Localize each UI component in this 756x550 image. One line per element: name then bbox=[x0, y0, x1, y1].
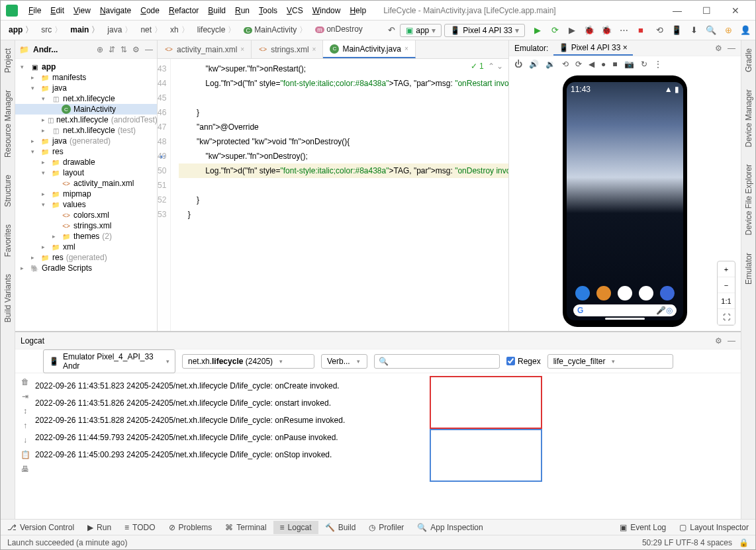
tree-strings-xml[interactable]: <>strings.xml bbox=[15, 220, 157, 231]
strip-resource-manager[interactable]: Resource Manager bbox=[3, 86, 13, 161]
hide-icon[interactable]: — bbox=[728, 336, 735, 345]
target-icon[interactable]: ⊕ bbox=[97, 45, 103, 54]
menu-help[interactable]: Help bbox=[346, 4, 370, 17]
breadcrumbs[interactable]: appsrcmainjavanetxhlifecycleC MainActivi… bbox=[5, 23, 369, 37]
log-line[interactable]: 2022-09-26 11:45:00.293 24205-24205/net.… bbox=[35, 446, 345, 463]
menu-bar[interactable]: FileEditViewNavigateCodeRefactorBuildRun… bbox=[24, 4, 370, 17]
overview-icon[interactable]: ■ bbox=[612, 60, 617, 69]
profile-icon[interactable]: 🐞 bbox=[583, 24, 595, 36]
breadcrumb-net[interactable]: net bbox=[136, 23, 166, 37]
logcat-output[interactable]: 2022-09-26 11:43:51.823 24205-24205/net.… bbox=[35, 373, 345, 519]
tree-colors-xml[interactable]: <>colors.xml bbox=[15, 210, 157, 220]
play-app-icon[interactable] bbox=[618, 286, 632, 300]
toolbtn-problems[interactable]: ⊘Problems bbox=[162, 521, 219, 534]
breadcrumb-src[interactable]: src bbox=[37, 23, 66, 37]
project-tree[interactable]: ▾▣app▸📁manifests▾📁java▾◫net.xh.lifecycle… bbox=[15, 59, 157, 331]
tree-java[interactable]: ▸📁java (generated) bbox=[15, 136, 157, 146]
screenshot-icon[interactable]: 📷 bbox=[624, 60, 634, 69]
editor-area[interactable]: 434445464748 ●↑4950515253 "kw">super."fn… bbox=[158, 59, 508, 331]
sync-icon[interactable]: ⟲ bbox=[653, 24, 665, 36]
tree-mipmap[interactable]: ▸📁mipmap bbox=[15, 189, 157, 199]
voldown-icon[interactable]: 🔉 bbox=[545, 60, 555, 69]
tree-java[interactable]: ▾📁java bbox=[15, 83, 157, 93]
search-icon[interactable]: 🔍 bbox=[705, 24, 717, 36]
inspection-widget[interactable]: ✓ 1⌃ ⌄ bbox=[471, 62, 503, 71]
tab-strings.xml[interactable]: <>strings.xml × bbox=[252, 40, 323, 58]
device-frame[interactable]: 11:43▲ ▮ G🎤 ◎ bbox=[563, 75, 687, 327]
log-line[interactable]: 2022-09-26 11:43:51.823 24205-24205/net.… bbox=[35, 377, 345, 394]
breadcrumb-onDestroy[interactable]: m onDestroy bbox=[311, 23, 369, 37]
breadcrumb-java[interactable]: java bbox=[103, 23, 136, 37]
tree-net-xh-lifecycle[interactable]: ▸◫net.xh.lifecycle (androidTest) bbox=[15, 115, 157, 125]
device-selector[interactable]: 📱Pixel 4 API 33▾ bbox=[444, 24, 525, 37]
log-line[interactable]: 2022-09-26 11:44:59.793 24205-24205/net.… bbox=[35, 429, 345, 446]
back-icon[interactable]: ↶ bbox=[385, 24, 397, 36]
maximize-button[interactable]: ☐ bbox=[692, 1, 721, 20]
home-icon[interactable]: ● bbox=[601, 60, 606, 69]
restart-icon[interactable]: 📋 bbox=[21, 450, 30, 459]
menu-run[interactable]: Run bbox=[231, 4, 254, 17]
tree-manifests[interactable]: ▸📁manifests bbox=[15, 72, 157, 83]
emulator-tab[interactable]: 📱 Pixel 4 API 33 × bbox=[553, 41, 632, 56]
tree-net-xh-lifecycle[interactable]: ▸◫net.xh.lifecycle (test) bbox=[15, 125, 157, 136]
toolbtn-app-inspection[interactable]: 🔍App Inspection bbox=[410, 521, 489, 534]
logcat-device-selector[interactable]: 📱 Emulator Pixel_4_API_33 Andr▾ bbox=[43, 349, 175, 373]
more-icon[interactable]: ⋮ bbox=[654, 60, 662, 69]
gear-icon[interactable]: ⚙ bbox=[715, 336, 722, 345]
logcat-gutter[interactable]: 🗑 ⇥ ↕ ↑ ↓ 📋 🖶 bbox=[15, 373, 35, 519]
logcat-search-input[interactable]: 🔍 bbox=[374, 354, 500, 369]
tree-gradle-scripts[interactable]: ▸🐘Gradle Scripts bbox=[15, 263, 157, 273]
power-icon[interactable]: ⏻ bbox=[514, 60, 522, 69]
sdk-icon[interactable]: ⬇ bbox=[688, 24, 700, 36]
zoom-controls[interactable]: + − 1:1 ⛶ bbox=[717, 261, 735, 326]
tree-layout[interactable]: ▾📁layout bbox=[15, 167, 157, 178]
project-header[interactable]: 📁Andr... ⊕ ⇵ ⇅ ⚙ — bbox=[15, 40, 157, 59]
chrome-app-icon[interactable] bbox=[639, 286, 653, 300]
breadcrumb-lifecycle[interactable]: lifecycle bbox=[193, 23, 240, 37]
toolbtn-logcat[interactable]: ≡Logcat bbox=[273, 521, 318, 534]
left-tool-strip[interactable]: ProjectResource ManagerStructureFavorite… bbox=[1, 40, 15, 519]
soft-wrap-icon[interactable]: ↕ bbox=[23, 406, 27, 416]
tree-activity_main-xml[interactable]: <>activity_main.xml bbox=[15, 178, 157, 189]
strip-structure[interactable]: Structure bbox=[3, 171, 13, 211]
minimize-button[interactable]: — bbox=[663, 1, 692, 20]
up-icon[interactable]: ↑ bbox=[23, 421, 27, 430]
bottom-tool-strip[interactable]: ⎇Version Control▶Run≡TODO⊘Problems⌘Termi… bbox=[1, 519, 755, 535]
avd-icon[interactable]: 📱 bbox=[671, 24, 683, 36]
tree-res[interactable]: ▸📁res (generated) bbox=[15, 252, 157, 263]
toolbtn-todo[interactable]: ≡TODO bbox=[118, 521, 162, 534]
tree-drawable[interactable]: ▸📁drawable bbox=[15, 157, 157, 167]
hide-icon[interactable]: — bbox=[728, 44, 735, 53]
google-search-bar[interactable]: G🎤 ◎ bbox=[573, 304, 677, 316]
project-view-selector[interactable]: Andr... bbox=[33, 45, 58, 54]
logcat-filter-selector[interactable]: life_cycle_filter▾ bbox=[547, 354, 673, 369]
strip-device-file-explorer[interactable]: Device File Explorer bbox=[744, 160, 753, 239]
coverage-icon[interactable]: ▶ bbox=[566, 24, 578, 36]
menu-file[interactable]: File bbox=[24, 4, 45, 17]
tree-values[interactable]: ▾📁values bbox=[15, 199, 157, 210]
expand-icon[interactable]: ⇅ bbox=[120, 45, 127, 54]
log-line[interactable]: 2022-09-26 11:43:51.826 24205-24205/net.… bbox=[35, 394, 345, 412]
camera-app-icon[interactable] bbox=[660, 286, 675, 300]
gear-icon[interactable]: ⚙ bbox=[715, 44, 722, 53]
breadcrumb-MainActivity[interactable]: C MainActivity bbox=[240, 23, 311, 37]
messages-app-icon[interactable] bbox=[596, 286, 611, 300]
down-icon[interactable]: ↓ bbox=[23, 435, 27, 445]
rotate-right-icon[interactable]: ⟳ bbox=[575, 60, 582, 69]
breadcrumb-xh[interactable]: xh bbox=[166, 23, 193, 37]
volup-icon[interactable]: 🔊 bbox=[529, 60, 539, 69]
run-config-selector[interactable]: ▣app▾ bbox=[400, 24, 442, 37]
attach-icon[interactable]: 🐞 bbox=[600, 24, 612, 36]
user-icon[interactable]: 👤 bbox=[739, 24, 751, 36]
log-line[interactable]: 2022-09-26 11:43:51.828 24205-24205/net.… bbox=[35, 412, 345, 429]
emulator-toolbar[interactable]: ⏻ 🔊 🔉 ⟲ ⟳ ◀ ● ■ 📷 ↻ ⋮ bbox=[509, 56, 741, 71]
zoom-reset-button[interactable]: ⛶ bbox=[718, 309, 735, 325]
back-icon[interactable]: ◀ bbox=[589, 60, 594, 69]
editor-tabs[interactable]: <>activity_main.xml ×<>strings.xml ×CMai… bbox=[158, 40, 508, 59]
menu-navigate[interactable]: Navigate bbox=[96, 4, 135, 17]
toolbtn-terminal[interactable]: ⌘Terminal bbox=[218, 521, 273, 534]
menu-vcs[interactable]: VCS bbox=[283, 4, 307, 17]
logcat-process-selector[interactable]: net.xh.lifecycle (24205)▾ bbox=[182, 354, 314, 369]
gear-icon[interactable]: ⚙ bbox=[132, 45, 140, 54]
tab-activity_main.xml[interactable]: <>activity_main.xml × bbox=[158, 40, 252, 58]
